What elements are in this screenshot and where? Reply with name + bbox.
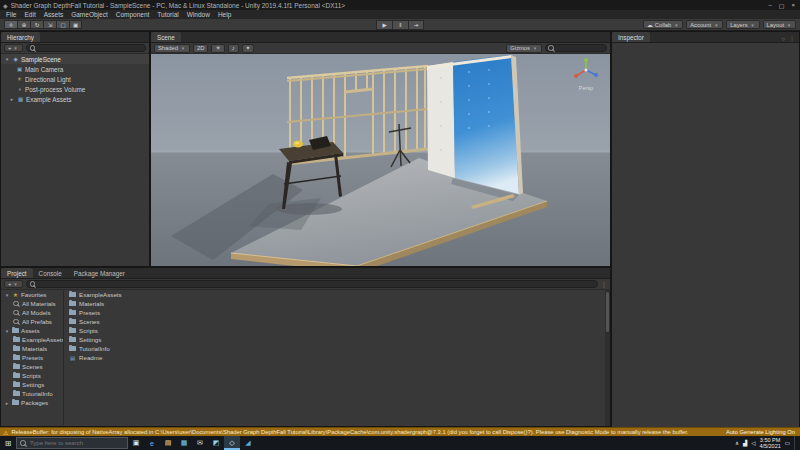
asset-tutorialinfo[interactable]: TutorialInfo [65, 344, 605, 353]
tree-scenes[interactable]: Scenes [1, 362, 63, 371]
taskbar-search[interactable] [16, 437, 128, 449]
mail-icon[interactable]: ✉ [192, 436, 208, 450]
rotate-tool-button[interactable]: ↻ [30, 20, 43, 29]
project-panel: Project Console Package Manager + ▾ ⋮ ▾ … [0, 267, 611, 427]
scene-orientation-gizmo[interactable]: Persp [568, 57, 604, 89]
inspector-menu-icon[interactable]: ⋮ [789, 35, 795, 42]
projection-mode-label[interactable]: Persp [568, 85, 604, 91]
collab-dropdown[interactable]: ☁ Collab ▾ [643, 20, 683, 29]
account-dropdown[interactable]: Account ▾ [686, 20, 723, 29]
scene-canvas[interactable]: Persp [151, 54, 610, 266]
taskbar-search-input[interactable] [30, 440, 124, 446]
project-scrollbar[interactable] [605, 290, 610, 426]
tree-presets[interactable]: Presets [1, 353, 63, 362]
scene-audio-toggle[interactable]: ♪ [228, 44, 239, 53]
hierarchy-search-input[interactable] [26, 44, 146, 52]
asset-materials[interactable]: Materials [65, 299, 605, 308]
tree-all-prefabs[interactable]: All Prefabs [1, 317, 63, 326]
hierarchy-scene-row[interactable]: ▾ ◆ SampleScene [1, 54, 149, 64]
show-desktop-button[interactable] [794, 436, 796, 450]
asset-scenes[interactable]: Scenes [65, 317, 605, 326]
scene-lighting-toggle[interactable]: ☀ [211, 44, 224, 53]
menu-component[interactable]: Component [112, 10, 154, 19]
menu-file[interactable]: File [2, 10, 20, 19]
folder-icon [13, 355, 20, 360]
move-tool-button[interactable]: ⊕ [17, 20, 30, 29]
rect-tool-button[interactable]: ▢ [56, 20, 69, 29]
menu-help[interactable]: Help [214, 10, 235, 19]
2d-toggle[interactable]: 2D [193, 44, 208, 53]
layout-dropdown[interactable]: Layout ▾ [763, 20, 796, 29]
auto-generate-lighting-label[interactable]: Auto Generate Lighting On [726, 429, 797, 435]
menu-assets[interactable]: Assets [40, 10, 68, 19]
gizmos-dropdown[interactable]: Gizmos ▾ [506, 44, 542, 53]
start-button[interactable]: ⊞ [0, 436, 16, 450]
taskbar-clock[interactable]: 3:50 PM 4/5/2021 [759, 437, 780, 449]
asset-exampleassets[interactable]: ExampleAssets [65, 290, 605, 299]
tree-scripts[interactable]: Scripts [1, 371, 63, 380]
project-menu-icon[interactable]: ⋮ [601, 281, 607, 288]
volume-icon: ◑ [16, 86, 23, 92]
asset-settings[interactable]: Settings [65, 335, 605, 344]
network-icon[interactable]: ▟ [743, 440, 747, 446]
tree-favorites[interactable]: ▾ ★ Favorites [1, 290, 63, 299]
hierarchy-item-directional-light[interactable]: ☀ Directional Light [1, 74, 149, 84]
transform-tool-button[interactable]: ▣ [69, 20, 82, 29]
tree-assets[interactable]: ▾ Assets [1, 326, 63, 335]
tab-inspector[interactable]: Inspector [612, 32, 650, 42]
tree-all-models[interactable]: All Models [1, 308, 63, 317]
project-search-input[interactable] [26, 280, 598, 288]
tree-exampleassets[interactable]: ExampleAssets [1, 335, 63, 344]
tree-materials[interactable]: Materials [1, 344, 63, 353]
tree-tutorialinfo[interactable]: TutorialInfo [1, 389, 63, 398]
tree-all-materials[interactable]: All Materials [1, 299, 63, 308]
project-create-button[interactable]: + ▾ [4, 280, 23, 288]
task-view-icon[interactable]: ▣ [128, 436, 144, 450]
menu-gameobject[interactable]: GameObject [67, 10, 112, 19]
tab-console[interactable]: Console [33, 268, 68, 278]
tab-hierarchy[interactable]: Hierarchy [1, 32, 40, 42]
hierarchy-item-postprocess-volume[interactable]: ◑ Post-process Volume [1, 84, 149, 94]
hierarchy-item-example-assets[interactable]: ▸ ▦ Example Assets [1, 94, 149, 104]
hierarchy-item-main-camera[interactable]: ▣ Main Camera [1, 64, 149, 74]
play-button[interactable]: ▶ [376, 20, 392, 30]
unity-app-icon[interactable]: ◇ [224, 436, 240, 450]
maximize-button[interactable]: ▢ [779, 2, 785, 9]
pause-button[interactable]: ‖ [392, 20, 408, 30]
menu-edit[interactable]: Edit [20, 10, 39, 19]
step-button[interactable]: ⇥ [408, 20, 424, 30]
asset-readme[interactable]: ▤ Readme [65, 353, 605, 362]
star-icon: ★ [12, 291, 19, 298]
hand-tool-button[interactable]: ✛ [4, 20, 17, 29]
file-explorer-icon[interactable]: ▤ [160, 436, 176, 450]
code-editor-icon[interactable]: ◢ [240, 436, 256, 450]
close-button[interactable]: × [791, 2, 795, 9]
asset-presets[interactable]: Presets [65, 308, 605, 317]
minimize-button[interactable]: – [768, 2, 771, 9]
scene-search-input[interactable] [545, 44, 607, 52]
scale-tool-button[interactable]: ⇲ [43, 20, 56, 29]
layers-dropdown[interactable]: Layers ▾ [726, 20, 759, 29]
volume-icon[interactable]: ◁ [751, 440, 755, 446]
tree-packages[interactable]: ▸ Packages [1, 398, 63, 407]
tab-scene[interactable]: Scene [151, 32, 181, 42]
photos-icon[interactable]: ◩ [208, 436, 224, 450]
console-status-message[interactable]: ReleaseBuffer: for disposing of NativeAr… [11, 429, 723, 435]
edge-icon[interactable]: e [144, 436, 160, 450]
inspector-lock-icon[interactable]: ○ [781, 36, 785, 42]
folder-icon [69, 292, 76, 297]
light-icon: ☀ [16, 76, 23, 82]
tab-project[interactable]: Project [1, 268, 33, 278]
menu-window[interactable]: Window [183, 10, 214, 19]
menu-tutorial[interactable]: Tutorial [153, 10, 182, 19]
editor-status-bar[interactable]: ⚠ ReleaseBuffer: for disposing of Native… [0, 427, 800, 436]
hierarchy-create-button[interactable]: + ▾ [4, 44, 23, 52]
tab-package-manager[interactable]: Package Manager [68, 268, 131, 278]
store-icon[interactable]: ▦ [176, 436, 192, 450]
asset-scripts[interactable]: Scripts [65, 326, 605, 335]
tree-settings[interactable]: Settings [1, 380, 63, 389]
scene-fx-toggle[interactable]: ✦ [242, 44, 255, 53]
shading-mode-dropdown[interactable]: Shaded ▾ [154, 44, 190, 53]
notifications-icon[interactable]: ▭ [785, 440, 790, 446]
tray-chevron-icon[interactable]: ∧ [735, 440, 739, 446]
